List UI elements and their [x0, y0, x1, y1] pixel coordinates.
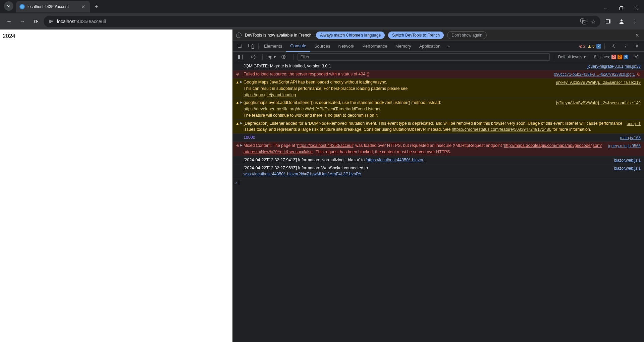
chevron-right-icon: › — [235, 180, 237, 186]
log-message: 10000 — [244, 134, 620, 141]
log-message: [2024-04-22T12:32:27.941Z] Information: … — [244, 157, 614, 163]
log-source-link[interactable]: blazor.web.js:1 — [614, 165, 641, 178]
tab-network[interactable]: Network — [334, 41, 359, 52]
log-row: ▲▶ google.maps.event.addDomListener() is… — [233, 99, 644, 119]
minimize-button[interactable] — [598, 3, 613, 13]
close-button[interactable] — [629, 3, 644, 13]
console-log[interactable]: JQMIGRATE: Migrate is installed, version… — [233, 62, 644, 342]
tab-console[interactable]: Console — [286, 41, 310, 52]
console-sidebar-toggle[interactable] — [235, 52, 246, 62]
expand-toggle[interactable]: ▶ — [240, 142, 244, 155]
sidebar-icon — [238, 55, 243, 59]
gear-icon — [611, 44, 616, 49]
match-language-button[interactable]: Always match Chrome's language — [316, 32, 385, 39]
warning-icon: ▲ — [235, 79, 240, 98]
log-row: ▲▶ Google Maps JavaScript API has been l… — [233, 78, 644, 99]
info-count[interactable]: 2 — [596, 44, 601, 49]
favicon-icon — [19, 4, 25, 9]
site-settings-icon[interactable] — [48, 19, 54, 24]
reload-button[interactable]: ⟳ — [30, 16, 42, 27]
person-icon — [619, 18, 625, 24]
tab-memory[interactable]: Memory — [391, 41, 415, 52]
window-controls — [598, 3, 644, 13]
clear-console-button[interactable] — [248, 52, 258, 62]
issues-button[interactable]: 8 Issues: 2 2 4 — [594, 55, 628, 59]
log-message: [Deprecation] Listener added for a 'DOMN… — [244, 120, 627, 133]
new-tab-button[interactable]: + — [90, 3, 103, 10]
log-row: JQMIGRATE: Migrate is installed, version… — [233, 62, 644, 70]
tab-search-button[interactable] — [4, 1, 13, 11]
log-message: Failed to load resource: the server resp… — [244, 71, 554, 77]
maximize-button[interactable] — [613, 3, 629, 13]
log-source-link[interactable]: aos.js:1 — [627, 120, 641, 133]
forward-button[interactable]: → — [17, 16, 28, 27]
context-selector[interactable]: top ▾ — [267, 55, 276, 59]
infobar-text: DevTools is now available in French! — [245, 33, 313, 38]
log-row: [2024-04-22T12:32:27.969Z] Information: … — [233, 164, 644, 179]
expand-toggle[interactable]: ▶ — [240, 79, 244, 98]
log-link[interactable]: https://developer.mozilla.org/docs/Web/A… — [244, 107, 381, 111]
devtools-settings-button[interactable] — [608, 41, 619, 52]
warning-count[interactable]: ▲3 — [587, 44, 594, 49]
tab-close-button[interactable]: ✕ — [80, 4, 87, 9]
expand-toggle[interactable]: ▶ — [240, 100, 244, 118]
live-expression-button[interactable] — [278, 52, 289, 62]
log-row: ▲▶ [Deprecation] Listener added for a 'D… — [233, 120, 644, 134]
log-link[interactable]: https://chromestatus.com/feature/5083947… — [452, 127, 551, 132]
log-source-link[interactable]: jquery-migrate-3.0.1.min.js:33 — [587, 63, 641, 69]
svg-point-10 — [621, 19, 623, 21]
menu-button[interactable]: ⋮ — [629, 16, 641, 27]
devtools-close-button[interactable]: ✕ — [632, 41, 641, 52]
error-count[interactable]: ⊗2 — [579, 44, 585, 49]
inspect-icon — [237, 44, 243, 49]
switch-language-button[interactable]: Switch DevTools to French — [388, 32, 444, 39]
tab-performance[interactable]: Performance — [358, 41, 391, 52]
browser-tab[interactable]: localhost:44350/acceuil ✕ — [16, 1, 90, 12]
expand-toggle[interactable]: ▶ — [240, 120, 244, 133]
address-bar[interactable]: localhost:44350/acceuil 文A ☆ — [44, 16, 600, 27]
network-icon[interactable]: ⊕ — [635, 71, 641, 77]
log-link[interactable]: https://goo.gle/js-api-loading — [244, 93, 296, 97]
log-message: google.maps.event.addDomListener() is de… — [244, 100, 556, 118]
tab-elements[interactable]: Elements — [260, 41, 286, 52]
svg-rect-1 — [619, 7, 622, 10]
log-source-link[interactable]: blazor.web.js:1 — [614, 157, 641, 163]
log-row: ⊗ Failed to load resource: the server re… — [233, 70, 644, 78]
log-row: ⊗▶ Mixed Content: The page at 'https://l… — [233, 142, 644, 156]
gear-icon — [634, 54, 639, 59]
devtools-menu-button[interactable]: ⋮ — [621, 41, 630, 52]
log-link[interactable]: https://localhost:44350/acceuil — [297, 143, 353, 148]
filter-input[interactable] — [298, 53, 550, 61]
svg-point-18 — [283, 56, 284, 58]
log-source-link[interactable]: 090ccc71-b5b2-418e-a…-f620f79238c0.jpg:1 — [554, 71, 635, 77]
console-settings-button[interactable] — [631, 52, 641, 62]
log-source-link[interactable]: js?key=AIzaSyBVWaKrj…2s&sensor=false:219 — [556, 79, 641, 98]
info-icon: i — [236, 33, 241, 38]
translate-icon[interactable]: 文A — [580, 18, 586, 25]
log-link[interactable]: https://localhost:44350/_blazor — [367, 158, 424, 162]
dismiss-infobar-button[interactable]: Don't show again — [447, 31, 487, 39]
device-toggle-button[interactable] — [246, 41, 257, 52]
profile-button[interactable] — [616, 16, 627, 27]
console-prompt[interactable]: › — [233, 178, 644, 187]
devtools-tabbar: Elements Console Sources Network Perform… — [233, 41, 644, 52]
tab-sources[interactable]: Sources — [310, 41, 334, 52]
log-link[interactable]: wss://localhost:44350/_blazor?id=Z1vwMUm… — [244, 172, 361, 176]
log-source-link[interactable]: main.js:168 — [620, 134, 641, 141]
svg-point-3 — [50, 22, 51, 23]
panel-icon — [605, 19, 611, 24]
url-text: localhost:44350/acceuil — [57, 19, 106, 24]
warning-icon: ▲ — [235, 120, 240, 133]
log-source-link[interactable]: js?key=AIzaSyBVWaKrj…2s&sensor=false:149 — [556, 100, 641, 118]
infobar-close-button[interactable]: ✕ — [634, 33, 641, 38]
svg-rect-13 — [252, 45, 254, 48]
log-source-link[interactable]: jquery.min.js:9566 — [608, 142, 641, 155]
sidepanel-button[interactable] — [602, 16, 614, 27]
more-tabs-button[interactable]: » — [444, 41, 452, 52]
tab-application[interactable]: Application — [415, 41, 445, 52]
inspect-element-button[interactable] — [235, 41, 246, 52]
error-icon: ⊗ — [235, 142, 240, 155]
bookmark-icon[interactable]: ☆ — [591, 18, 596, 25]
log-levels-selector[interactable]: Default levels ▾ — [558, 55, 586, 59]
back-button[interactable]: ← — [3, 16, 15, 27]
